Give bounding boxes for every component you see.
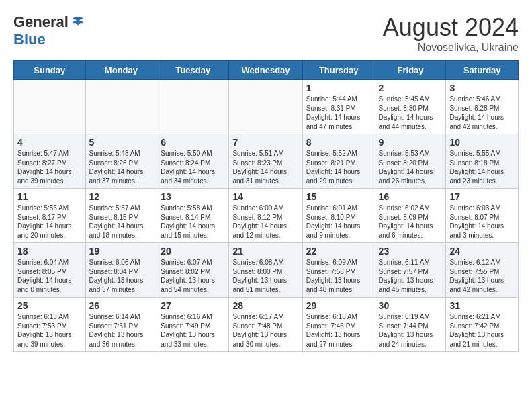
calendar-cell: 9Sunrise: 5:53 AM Sunset: 8:20 PM Daylig…	[375, 134, 446, 189]
calendar-cell: 13Sunrise: 5:58 AM Sunset: 8:14 PM Dayli…	[157, 189, 229, 243]
day-number: 9	[379, 137, 443, 148]
calendar-cell	[14, 80, 86, 134]
day-number: 26	[89, 300, 154, 311]
day-info: Sunrise: 6:03 AM Sunset: 8:07 PM Dayligh…	[449, 203, 515, 240]
logo-blue-text: Blue	[13, 31, 46, 48]
day-number: 8	[306, 137, 371, 148]
calendar-cell: 6Sunrise: 5:50 AM Sunset: 8:24 PM Daylig…	[157, 134, 229, 189]
calendar-cell: 11Sunrise: 5:56 AM Sunset: 8:17 PM Dayli…	[14, 189, 86, 243]
day-info: Sunrise: 6:06 AM Sunset: 8:04 PM Dayligh…	[89, 258, 154, 294]
day-number: 30	[379, 300, 443, 311]
day-info: Sunrise: 6:19 AM Sunset: 7:44 PM Dayligh…	[379, 312, 443, 349]
week-row-4: 18Sunrise: 6:04 AM Sunset: 8:05 PM Dayli…	[14, 243, 519, 298]
calendar-cell: 24Sunrise: 6:12 AM Sunset: 7:55 PM Dayli…	[446, 243, 519, 298]
month-year-title: August 2024	[383, 13, 519, 42]
day-info: Sunrise: 6:18 AM Sunset: 7:46 PM Dayligh…	[306, 312, 371, 349]
day-info: Sunrise: 6:08 AM Sunset: 8:00 PM Dayligh…	[232, 258, 298, 294]
calendar-table: SundayMondayTuesdayWednesdayThursdayFrid…	[13, 60, 519, 352]
calendar-cell: 7Sunrise: 5:51 AM Sunset: 8:23 PM Daylig…	[229, 134, 302, 189]
day-info: Sunrise: 6:07 AM Sunset: 8:02 PM Dayligh…	[161, 258, 225, 294]
day-info: Sunrise: 6:01 AM Sunset: 8:10 PM Dayligh…	[306, 203, 371, 240]
day-info: Sunrise: 5:48 AM Sunset: 8:26 PM Dayligh…	[89, 149, 154, 185]
day-info: Sunrise: 6:16 AM Sunset: 7:49 PM Dayligh…	[161, 312, 225, 349]
calendar-cell: 26Sunrise: 6:14 AM Sunset: 7:51 PM Dayli…	[85, 298, 157, 352]
calendar-cell: 18Sunrise: 6:04 AM Sunset: 8:05 PM Dayli…	[14, 243, 86, 298]
calendar-cell: 20Sunrise: 6:07 AM Sunset: 8:02 PM Dayli…	[157, 243, 229, 298]
day-number: 16	[379, 191, 443, 202]
day-info: Sunrise: 6:00 AM Sunset: 8:12 PM Dayligh…	[232, 203, 298, 240]
day-info: Sunrise: 6:21 AM Sunset: 7:42 PM Dayligh…	[449, 312, 515, 349]
calendar-cell: 8Sunrise: 5:52 AM Sunset: 8:21 PM Daylig…	[302, 134, 375, 189]
day-number: 24	[449, 246, 515, 257]
day-header-sunday: Sunday	[14, 61, 86, 80]
day-info: Sunrise: 5:58 AM Sunset: 8:14 PM Dayligh…	[161, 203, 225, 240]
day-header-tuesday: Tuesday	[157, 61, 229, 80]
day-info: Sunrise: 5:50 AM Sunset: 8:24 PM Dayligh…	[161, 149, 225, 185]
day-number: 4	[17, 137, 82, 148]
day-info: Sunrise: 5:44 AM Sunset: 8:31 PM Dayligh…	[306, 95, 371, 131]
page-header: General Blue August 2024 Novoselivka, Uk…	[13, 13, 519, 54]
calendar-cell: 12Sunrise: 5:57 AM Sunset: 8:15 PM Dayli…	[85, 189, 157, 243]
calendar-cell: 17Sunrise: 6:03 AM Sunset: 8:07 PM Dayli…	[446, 189, 519, 243]
day-number: 22	[306, 246, 371, 257]
location-subtitle: Novoselivka, Ukraine	[383, 42, 519, 54]
calendar-cell: 30Sunrise: 6:19 AM Sunset: 7:44 PM Dayli…	[375, 298, 446, 352]
day-info: Sunrise: 5:46 AM Sunset: 8:28 PM Dayligh…	[449, 95, 515, 131]
day-header-saturday: Saturday	[446, 61, 519, 80]
calendar-cell: 14Sunrise: 6:00 AM Sunset: 8:12 PM Dayli…	[229, 189, 302, 243]
calendar-cell: 22Sunrise: 6:09 AM Sunset: 7:58 PM Dayli…	[302, 243, 375, 298]
day-number: 11	[17, 191, 82, 202]
calendar-cell: 21Sunrise: 6:08 AM Sunset: 8:00 PM Dayli…	[229, 243, 302, 298]
day-number: 15	[306, 191, 371, 202]
day-info: Sunrise: 6:14 AM Sunset: 7:51 PM Dayligh…	[89, 312, 154, 349]
day-number: 25	[17, 300, 82, 311]
day-number: 20	[161, 246, 225, 257]
calendar-cell: 31Sunrise: 6:21 AM Sunset: 7:42 PM Dayli…	[446, 298, 519, 352]
day-info: Sunrise: 5:53 AM Sunset: 8:20 PM Dayligh…	[379, 149, 443, 185]
calendar-cell: 16Sunrise: 6:02 AM Sunset: 8:09 PM Dayli…	[375, 189, 446, 243]
calendar-cell: 29Sunrise: 6:18 AM Sunset: 7:46 PM Dayli…	[302, 298, 375, 352]
day-number: 14	[232, 191, 298, 202]
day-info: Sunrise: 6:12 AM Sunset: 7:55 PM Dayligh…	[449, 258, 515, 294]
day-number: 12	[89, 191, 154, 202]
logo-general-text: General	[13, 13, 69, 31]
day-info: Sunrise: 5:55 AM Sunset: 8:18 PM Dayligh…	[449, 149, 515, 185]
logo: General Blue	[13, 13, 85, 48]
day-number: 31	[449, 300, 515, 311]
calendar-cell: 19Sunrise: 6:06 AM Sunset: 8:04 PM Dayli…	[85, 243, 157, 298]
day-number: 19	[89, 246, 154, 257]
day-info: Sunrise: 6:02 AM Sunset: 8:09 PM Dayligh…	[379, 203, 443, 240]
day-number: 2	[379, 83, 443, 93]
day-info: Sunrise: 5:51 AM Sunset: 8:23 PM Dayligh…	[232, 149, 298, 185]
day-info: Sunrise: 5:45 AM Sunset: 8:30 PM Dayligh…	[379, 95, 443, 131]
day-number: 17	[449, 191, 515, 202]
calendar-cell: 4Sunrise: 5:47 AM Sunset: 8:27 PM Daylig…	[14, 134, 86, 189]
week-row-5: 25Sunrise: 6:13 AM Sunset: 7:53 PM Dayli…	[14, 298, 519, 352]
day-number: 23	[379, 246, 443, 257]
day-info: Sunrise: 6:11 AM Sunset: 7:57 PM Dayligh…	[379, 258, 443, 294]
days-header-row: SundayMondayTuesdayWednesdayThursdayFrid…	[14, 61, 519, 80]
day-info: Sunrise: 5:47 AM Sunset: 8:27 PM Dayligh…	[17, 149, 82, 185]
day-info: Sunrise: 6:13 AM Sunset: 7:53 PM Dayligh…	[17, 312, 82, 349]
calendar-cell	[157, 80, 229, 134]
day-number: 29	[306, 300, 371, 311]
week-row-1: 1Sunrise: 5:44 AM Sunset: 8:31 PM Daylig…	[14, 80, 519, 134]
calendar-cell: 3Sunrise: 5:46 AM Sunset: 8:28 PM Daylig…	[446, 80, 519, 134]
day-number: 1	[306, 83, 371, 93]
day-number: 6	[161, 137, 225, 148]
day-info: Sunrise: 6:09 AM Sunset: 7:58 PM Dayligh…	[306, 258, 371, 294]
day-number: 21	[232, 246, 298, 257]
day-number: 10	[449, 137, 515, 148]
title-block: August 2024 Novoselivka, Ukraine	[383, 13, 519, 54]
day-number: 13	[161, 191, 225, 202]
calendar-cell: 15Sunrise: 6:01 AM Sunset: 8:10 PM Dayli…	[302, 189, 375, 243]
day-header-friday: Friday	[375, 61, 446, 80]
day-header-wednesday: Wednesday	[229, 61, 302, 80]
day-info: Sunrise: 5:56 AM Sunset: 8:17 PM Dayligh…	[17, 203, 82, 240]
calendar-cell: 10Sunrise: 5:55 AM Sunset: 8:18 PM Dayli…	[446, 134, 519, 189]
calendar-cell: 28Sunrise: 6:17 AM Sunset: 7:48 PM Dayli…	[229, 298, 302, 352]
day-number: 28	[232, 300, 298, 311]
day-header-monday: Monday	[85, 61, 157, 80]
day-info: Sunrise: 6:04 AM Sunset: 8:05 PM Dayligh…	[17, 258, 82, 294]
day-number: 27	[161, 300, 225, 311]
